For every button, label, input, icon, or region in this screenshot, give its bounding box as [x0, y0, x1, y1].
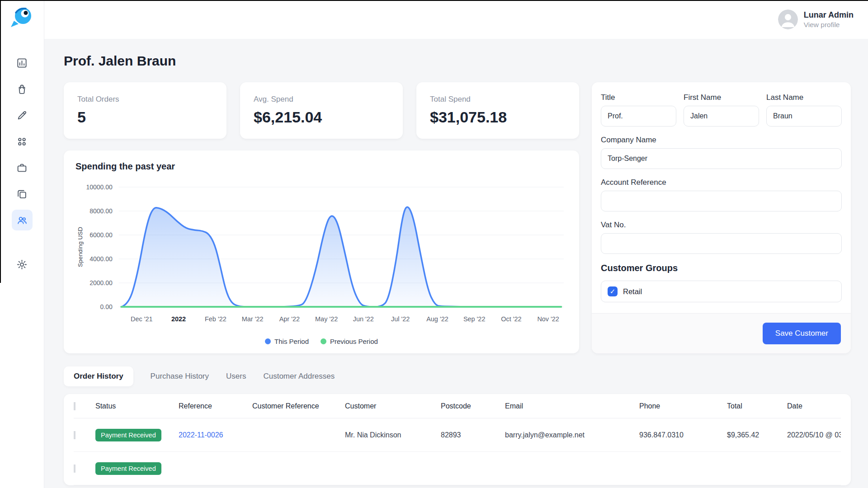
order-history-table: Status Reference Customer Reference Cust…: [64, 394, 851, 485]
topbar: Lunar Admin View profile: [44, 0, 868, 39]
sidebar-item-apps[interactable]: [12, 131, 33, 152]
legend-item-this-period[interactable]: This Period: [265, 338, 309, 345]
table-row: Payment Received 2022-11-0026 Mr. Nia Di…: [74, 418, 841, 452]
tabs-bar: Order History Purchase History Users Cus…: [64, 366, 851, 387]
main-content: Prof. Jalen Braun Total Orders 5 Avg. Sp…: [44, 39, 868, 488]
legend-dot-green: [321, 338, 326, 344]
logo[interactable]: [9, 5, 35, 31]
stats-row: Total Orders 5 Avg. Spend $6,215.04 Tota…: [64, 82, 579, 139]
sidebar-item-products[interactable]: [12, 157, 33, 178]
tab-users[interactable]: Users: [226, 366, 246, 386]
apps-grid-icon: [16, 136, 28, 147]
stat-value: $6,215.04: [254, 108, 389, 126]
form-footer: Save Customer: [592, 313, 851, 353]
row-checkbox[interactable]: [74, 431, 75, 439]
title-input[interactable]: [601, 106, 676, 127]
svg-text:4000.00: 4000.00: [90, 255, 113, 263]
legend-label: This Period: [274, 338, 309, 345]
svg-text:Jul '22: Jul '22: [391, 315, 410, 323]
customer-groups-heading: Customer Groups: [601, 263, 842, 273]
company-name-input[interactable]: [601, 148, 842, 169]
app-window: Lunar Admin View profile Prof. Jalen Bra…: [0, 0, 868, 488]
select-all-checkbox[interactable]: [74, 402, 75, 410]
table-row: Payment Received: [74, 452, 841, 485]
col-email: Email: [505, 402, 639, 410]
bar-chart-icon: [16, 57, 28, 69]
svg-text:Nov '22: Nov '22: [537, 315, 559, 323]
tab-purchase-history[interactable]: Purchase History: [151, 366, 209, 386]
first-name-label: First Name: [684, 93, 759, 102]
sidebar-item-edit[interactable]: [12, 105, 33, 126]
svg-text:Oct '22: Oct '22: [501, 315, 521, 323]
sidebar-item-dashboard[interactable]: [12, 52, 33, 73]
shopping-bag-icon: [16, 84, 28, 95]
field-first-name: First Name: [684, 93, 759, 127]
phone-cell: 936.847.0310: [639, 431, 727, 439]
first-name-input[interactable]: [684, 106, 759, 127]
stat-label: Avg. Spend: [254, 95, 389, 104]
svg-text:May '22: May '22: [315, 315, 338, 323]
svg-text:10000.00: 10000.00: [86, 183, 113, 191]
user-name: Lunar Admin: [804, 10, 854, 20]
field-title: Title: [601, 93, 676, 127]
pencil-icon: [16, 110, 28, 121]
sidebar-item-customers[interactable]: [12, 210, 33, 230]
email-cell: barry.jalyn@example.net: [505, 431, 639, 439]
sidebar-item-orders[interactable]: [12, 79, 33, 99]
col-reference: Reference: [179, 402, 252, 410]
users-icon: [16, 215, 28, 226]
sidebar-item-settings[interactable]: [12, 254, 33, 275]
svg-text:0.00: 0.00: [100, 303, 113, 310]
stat-label: Total Orders: [77, 95, 213, 104]
last-name-input[interactable]: [766, 106, 842, 127]
legend-item-previous-period[interactable]: Previous Period: [321, 338, 378, 345]
gear-icon: [16, 259, 28, 270]
customer-form-card: Title First Name Last Name C: [592, 82, 851, 353]
reference-link[interactable]: 2022-11-0026: [179, 431, 223, 439]
spending-chart-card: Spending the past year 0.002000.004000.0…: [64, 150, 579, 353]
col-customer-reference: Customer Reference: [252, 402, 345, 410]
customer-cell: Mr. Nia Dickinson: [345, 431, 441, 439]
save-customer-button[interactable]: Save Customer: [763, 323, 841, 344]
field-last-name: Last Name: [766, 93, 842, 127]
svg-text:Spending USD: Spending USD: [77, 227, 84, 267]
customer-form: Title First Name Last Name C: [592, 82, 851, 313]
user-menu[interactable]: Lunar Admin View profile: [778, 9, 854, 29]
tab-order-history[interactable]: Order History: [64, 366, 133, 386]
sidebar-item-subscriptions[interactable]: [12, 183, 33, 204]
view-profile-link[interactable]: View profile: [804, 21, 854, 29]
status-badge: Payment Received: [95, 462, 161, 475]
row-checkbox[interactable]: [74, 465, 75, 473]
name-fields-row: Title First Name Last Name: [601, 93, 842, 136]
chart-title: Spending the past year: [75, 161, 567, 172]
field-account-reference: Account Reference: [601, 178, 842, 211]
sidebar: [0, 0, 44, 488]
stat-card-avg-spend: Avg. Spend $6,215.04: [240, 82, 403, 139]
status-badge: Payment Received: [95, 429, 161, 441]
col-phone: Phone: [639, 402, 727, 410]
svg-text:Apr '22: Apr '22: [279, 315, 300, 323]
stat-card-total-orders: Total Orders 5: [64, 82, 226, 139]
header-checkbox-cell: [74, 402, 95, 410]
postcode-cell: 82893: [441, 431, 505, 439]
account-reference-input[interactable]: [601, 191, 842, 211]
briefcase-icon: [16, 162, 28, 174]
row-checkbox-cell: [74, 431, 95, 439]
col-customer: Customer: [345, 402, 441, 410]
last-name-label: Last Name: [766, 93, 842, 102]
cards-icon: [16, 188, 28, 200]
retail-checkbox[interactable]: [608, 286, 618, 296]
total-cell: $9,365.42: [727, 431, 787, 439]
sidebar-nav: [12, 52, 33, 275]
row-checkbox-cell: [74, 465, 95, 473]
customer-group-retail[interactable]: Retail: [601, 281, 842, 302]
chart-legend: This Period Previous Period: [75, 338, 567, 345]
reference-cell: 2022-11-0026: [179, 431, 252, 439]
account-reference-label: Account Reference: [601, 178, 842, 187]
spending-chart: 0.002000.004000.006000.008000.0010000.00…: [75, 178, 567, 337]
retail-label: Retail: [623, 287, 642, 296]
vat-no-input[interactable]: [601, 233, 842, 254]
svg-text:2000.00: 2000.00: [90, 279, 113, 286]
svg-text:Dec '21: Dec '21: [131, 315, 153, 323]
tab-customer-addresses[interactable]: Customer Addresses: [263, 366, 335, 386]
